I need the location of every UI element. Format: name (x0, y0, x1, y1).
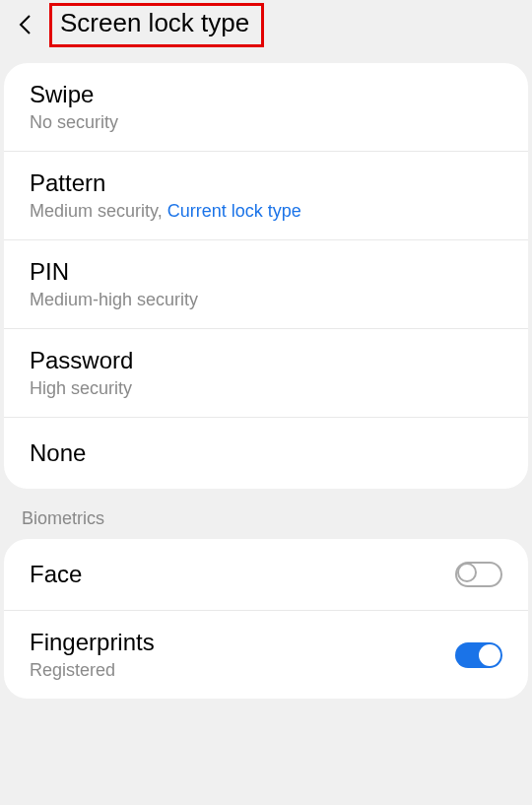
lock-option-none[interactable]: None (4, 418, 528, 489)
title-highlight-box: Screen lock type (49, 3, 264, 47)
section-title: Biometrics (22, 508, 510, 529)
option-title: Swipe (30, 81, 502, 108)
back-icon[interactable] (10, 10, 39, 39)
option-subtitle: Medium security, Current lock type (30, 201, 502, 222)
lock-option-pin[interactable]: PIN Medium-high security (4, 240, 528, 329)
option-title: None (30, 439, 502, 467)
face-toggle[interactable] (455, 562, 502, 587)
biometric-item-face[interactable]: Face (4, 539, 528, 611)
option-title: PIN (30, 258, 502, 286)
biometric-subtitle: Registered (30, 660, 455, 681)
header: Screen lock type (0, 0, 532, 49)
current-lock-label: Current lock type (167, 201, 301, 221)
biometric-title: Face (30, 561, 455, 588)
lock-option-password[interactable]: Password High security (4, 329, 528, 418)
option-title: Password (30, 347, 502, 374)
biometric-item-fingerprints[interactable]: Fingerprints Registered (4, 611, 528, 699)
page-title: Screen lock type (60, 8, 249, 38)
option-title: Pattern (30, 169, 502, 197)
lock-option-pattern[interactable]: Pattern Medium security, Current lock ty… (4, 152, 528, 240)
lock-option-swipe[interactable]: Swipe No security (4, 63, 528, 152)
option-subtitle: No security (30, 112, 502, 133)
biometrics-card: Face Fingerprints Registered (4, 539, 528, 699)
biometrics-section-header: Biometrics (0, 489, 532, 539)
option-subtitle: Medium-high security (30, 290, 502, 310)
biometric-title: Fingerprints (30, 629, 455, 656)
option-subtitle: High security (30, 378, 502, 399)
lock-type-card: Swipe No security Pattern Medium securit… (4, 63, 528, 489)
fingerprints-toggle[interactable] (455, 642, 502, 668)
